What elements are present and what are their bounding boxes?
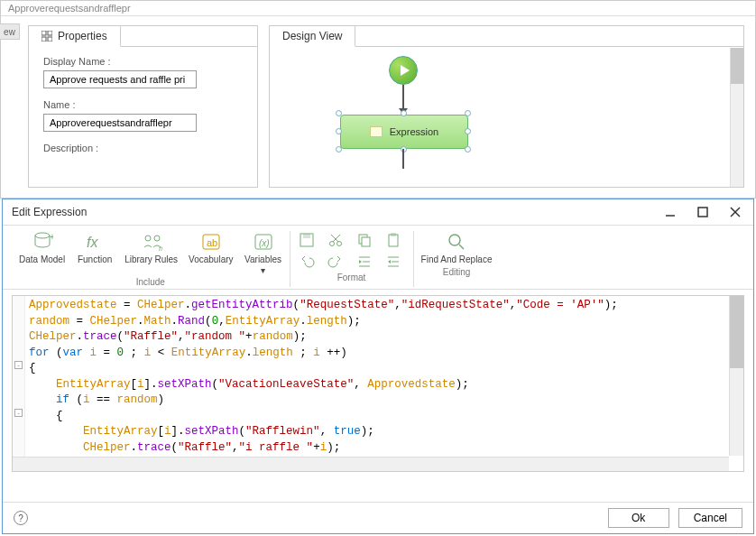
vocabulary-icon: ab [200, 231, 222, 253]
undo-button[interactable] [298, 253, 316, 271]
redo-button[interactable] [327, 253, 345, 271]
fold-toggle[interactable]: - [14, 409, 23, 417]
data-model-button[interactable]: + Data Model [19, 231, 65, 265]
code-editor[interactable]: -- Approvedstate = CHelper.getEntityAttr… [12, 295, 744, 472]
save-button[interactable] [298, 231, 316, 249]
side-tab[interactable]: ew [0, 23, 20, 40]
svg-line-35 [459, 245, 464, 249]
variables-button[interactable]: (x) Variables▾ [244, 231, 282, 275]
scrollbar[interactable] [730, 48, 743, 187]
ribbon: + Data Model fx Function fx Library Rule… [3, 225, 753, 290]
svg-text:(x): (x) [259, 238, 270, 248]
design-view-panel: Design View Expression [269, 25, 744, 188]
resize-handle[interactable] [401, 110, 407, 116]
tab-properties-label: Properties [58, 30, 107, 42]
svg-text:+: + [50, 232, 53, 242]
scrollbar-thumb[interactable] [730, 296, 743, 368]
cancel-button[interactable]: Cancel [678, 508, 742, 528]
svg-text:ab: ab [207, 237, 217, 248]
search-icon [446, 231, 467, 253]
code-gutter: -- [13, 296, 25, 471]
vocabulary-button[interactable]: ab Vocabulary [189, 231, 233, 265]
scrollbar[interactable] [13, 457, 729, 471]
function-icon: fx [84, 231, 106, 253]
expression-node-label: Expression [390, 126, 438, 137]
svg-point-20 [329, 242, 334, 246]
expression-node[interactable]: Expression [340, 115, 468, 149]
workflow-canvas[interactable]: Expression [270, 47, 743, 182]
resize-handle[interactable] [336, 146, 342, 152]
svg-point-11 [145, 236, 151, 241]
resize-handle[interactable] [465, 110, 471, 116]
library-rules-label: Library Rules [124, 254, 178, 265]
tab-design-view[interactable]: Design View [270, 26, 355, 47]
format-group-label: Format [337, 273, 366, 282]
library-rules-button[interactable]: fx Library Rules [124, 231, 178, 265]
find-replace-button[interactable]: Find And Replace [421, 231, 493, 265]
svg-line-22 [333, 235, 340, 242]
expression-icon [370, 126, 383, 137]
function-button[interactable]: fx Function [76, 231, 114, 265]
edit-expression-dialog: Edit Expression + Data Model fx Function… [2, 199, 754, 534]
outdent-button[interactable] [384, 253, 402, 271]
resize-handle[interactable] [336, 128, 342, 134]
include-group-label: Include [136, 277, 165, 287]
maximize-button[interactable] [694, 205, 712, 219]
svg-rect-0 [41, 31, 46, 35]
name-label: Name : [43, 99, 243, 110]
indent-button[interactable] [355, 253, 373, 271]
svg-point-12 [154, 236, 160, 241]
svg-rect-19 [303, 234, 310, 238]
help-button[interactable]: ? [14, 511, 28, 525]
svg-point-8 [35, 233, 50, 238]
svg-rect-1 [48, 31, 52, 35]
minimize-button[interactable] [661, 205, 679, 219]
scrollbar-thumb[interactable] [731, 48, 743, 84]
display-name-input[interactable] [43, 70, 197, 88]
vocabulary-label: Vocabulary [189, 254, 233, 265]
paste-button[interactable] [384, 231, 402, 249]
code-content[interactable]: Approvedstate = CHelper.getEntityAttrib(… [13, 296, 743, 472]
scrollbar[interactable] [729, 296, 743, 456]
copy-button[interactable] [355, 231, 373, 249]
library-icon: fx [141, 231, 162, 253]
connector [402, 149, 404, 169]
display-name-label: Display Name : [43, 56, 243, 67]
find-replace-label: Find And Replace [421, 254, 493, 265]
tab-properties[interactable]: Properties [29, 26, 121, 47]
close-button[interactable] [726, 205, 744, 219]
name-input[interactable] [43, 114, 197, 132]
resize-handle[interactable] [465, 128, 471, 134]
resize-handle[interactable] [465, 146, 471, 152]
svg-rect-3 [48, 37, 52, 42]
play-icon [401, 65, 410, 76]
resize-handle[interactable] [336, 110, 342, 116]
data-model-label: Data Model [19, 254, 65, 265]
dialog-title: Edit Expression [12, 206, 87, 218]
properties-panel: Properties Display Name : Name : Descrip… [28, 25, 258, 188]
window-breadcrumb: Approverequestsandrafflepr [8, 3, 131, 14]
variables-label: Variables▾ [244, 254, 281, 275]
svg-rect-5 [698, 208, 707, 217]
database-icon: + [32, 231, 53, 253]
grid-icon [41, 31, 52, 42]
tab-design-view-label: Design View [282, 30, 342, 42]
variables-icon: (x) [253, 231, 274, 253]
svg-rect-2 [41, 37, 46, 42]
svg-text:fx: fx [87, 235, 98, 250]
svg-point-34 [449, 235, 460, 245]
description-label: Description : [43, 143, 243, 153]
svg-rect-27 [391, 233, 396, 236]
editing-group-label: Editing [443, 267, 471, 277]
cut-button[interactable] [327, 231, 345, 249]
svg-point-21 [337, 242, 341, 246]
ok-button[interactable]: Ok [608, 508, 669, 528]
svg-text:fx: fx [159, 245, 162, 253]
function-label: Function [78, 254, 112, 265]
svg-rect-25 [362, 237, 370, 246]
svg-line-23 [331, 235, 338, 242]
start-node[interactable] [389, 56, 418, 85]
fold-toggle[interactable]: - [14, 361, 23, 369]
